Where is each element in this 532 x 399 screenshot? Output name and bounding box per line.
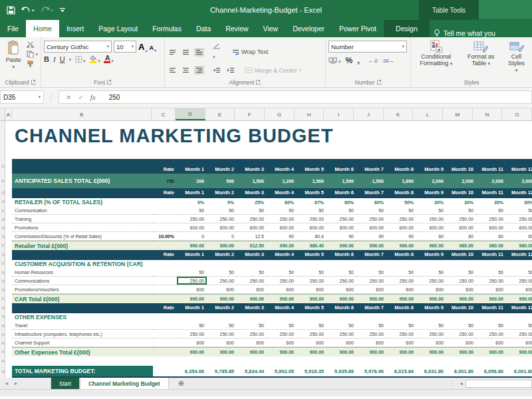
band-header-cell[interactable]: Month 7: [356, 188, 386, 197]
value-cell[interactable]: 900.00: [267, 294, 297, 303]
increase-decimal-button[interactable]: [368, 57, 378, 64]
value-cell[interactable]: 50: [476, 206, 506, 215]
band-header-cell[interactable]: Month 9: [416, 250, 446, 259]
value-cell[interactable]: [267, 312, 297, 321]
cell[interactable]: [5, 197, 12, 206]
value-cell[interactable]: 600: [356, 338, 386, 347]
value-cell[interactable]: 250.00: [506, 277, 532, 285]
band-header-cell[interactable]: Month 2: [207, 188, 237, 197]
value-cell[interactable]: 250.00: [446, 215, 476, 223]
band-header-cell[interactable]: Month 12: [506, 303, 532, 312]
value-cell[interactable]: [446, 356, 476, 366]
column-header-I[interactable]: I: [324, 108, 354, 120]
row-label-cell[interactable]: Retailer Total £(000): [12, 241, 153, 250]
cell[interactable]: [12, 303, 153, 312]
cell[interactable]: [153, 259, 177, 268]
underline-button[interactable]: U: [60, 55, 65, 63]
sheet-tab-start[interactable]: Start: [51, 378, 80, 389]
value-cell[interactable]: 900.00: [476, 347, 506, 356]
value-cell[interactable]: [327, 259, 356, 268]
value-cell[interactable]: [327, 312, 356, 321]
row-header-23[interactable]: 23: [0, 159, 5, 174]
value-cell[interactable]: 1,200: [267, 174, 297, 188]
name-box-dropdown-icon[interactable]: ▾: [38, 94, 41, 100]
borders-button[interactable]: ▾: [75, 56, 86, 63]
value-cell[interactable]: [386, 259, 416, 268]
sheet-tab-channel-marketing-budget[interactable]: Channel Marketing Budget: [80, 378, 169, 389]
value-cell[interactable]: 600: [476, 338, 506, 347]
value-cell[interactable]: [476, 312, 506, 321]
cell[interactable]: [5, 215, 12, 223]
cell[interactable]: [5, 312, 12, 321]
ribbon-tab-review[interactable]: Review: [218, 20, 255, 37]
cell[interactable]: [153, 241, 177, 250]
value-cell[interactable]: 50: [476, 321, 506, 330]
cell-styles-button[interactable]: Cell Styles ▾: [503, 39, 529, 74]
band-header-cell[interactable]: Rate: [153, 188, 177, 197]
value-cell[interactable]: 900.00: [177, 241, 207, 250]
value-cell[interactable]: 60: [476, 232, 506, 241]
merge-center-button[interactable]: Merge & Center ▾: [245, 67, 301, 74]
value-cell[interactable]: 50: [177, 268, 207, 277]
band-header-cell[interactable]: Month 4: [267, 159, 297, 174]
value-cell[interactable]: 5,785.85: [207, 366, 237, 378]
value-cell[interactable]: 1,500: [297, 174, 327, 188]
cell[interactable]: [153, 330, 177, 338]
row-label-cell[interactable]: Training: [12, 215, 153, 223]
cell[interactable]: [5, 294, 12, 303]
value-cell[interactable]: 250.00: [356, 215, 386, 223]
font-dialog-launcher[interactable]: [107, 80, 112, 84]
ribbon-tab-developer[interactable]: Developer: [285, 20, 332, 37]
value-cell[interactable]: 1,500: [237, 174, 267, 188]
value-cell[interactable]: 600.00: [416, 223, 446, 232]
column-header-B[interactable]: B: [12, 108, 152, 120]
column-header-H[interactable]: H: [295, 108, 325, 120]
band-header-cell[interactable]: Month 10: [446, 250, 476, 259]
cell[interactable]: [153, 312, 177, 321]
value-cell[interactable]: 50: [237, 321, 267, 330]
sheet-nav-right-icon[interactable]: ▸: [15, 380, 17, 386]
value-cell[interactable]: 250.00: [446, 277, 476, 285]
cell[interactable]: [153, 277, 177, 285]
value-cell[interactable]: 50: [267, 321, 297, 330]
row-header-40[interactable]: 40: [0, 321, 5, 330]
bold-button[interactable]: B: [44, 55, 49, 63]
value-cell[interactable]: 1,800: [386, 174, 416, 188]
percent-style-button[interactable]: [346, 56, 353, 65]
value-cell[interactable]: [237, 356, 267, 366]
customize-qat-icon[interactable]: [59, 6, 66, 14]
selected-cell[interactable]: 250.00: [177, 277, 207, 285]
value-cell[interactable]: [177, 356, 207, 366]
value-cell[interactable]: [506, 312, 532, 321]
value-cell[interactable]: 600: [237, 338, 267, 347]
value-cell[interactable]: [506, 356, 532, 366]
cell[interactable]: [5, 174, 12, 188]
alignment-dialog-launcher[interactable]: [256, 80, 261, 84]
row-label-cell[interactable]: Commission/Discounts (% of Retail Sales): [12, 232, 153, 241]
value-cell[interactable]: [416, 259, 446, 268]
band-header-cell[interactable]: Month 1: [177, 159, 207, 174]
cell[interactable]: [5, 330, 12, 338]
row-label-cell[interactable]: Promotions: [12, 223, 153, 232]
band-header-cell[interactable]: Rate: [153, 303, 177, 312]
row-header-32[interactable]: 32: [0, 250, 5, 259]
tab-scroll-splitter[interactable]: ⋮: [447, 378, 458, 389]
value-cell[interactable]: 900.00: [207, 241, 237, 250]
cell[interactable]: [12, 159, 153, 174]
value-cell[interactable]: 60%: [356, 197, 386, 206]
band-header-cell[interactable]: Month 8: [386, 188, 416, 197]
value-cell[interactable]: 990.00: [267, 241, 297, 250]
value-cell[interactable]: 600: [446, 285, 476, 294]
align-center-icon[interactable]: [181, 66, 191, 74]
value-cell[interactable]: 250.00: [237, 277, 267, 285]
value-cell[interactable]: 900.00: [297, 347, 327, 356]
row-header-36[interactable]: 36: [0, 285, 5, 294]
value-cell[interactable]: 200: [177, 174, 207, 188]
value-cell[interactable]: 6,354.00: [177, 366, 207, 378]
row-header-28[interactable]: 28: [0, 215, 5, 223]
new-sheet-icon[interactable]: ⊕: [169, 378, 194, 389]
row-header-24[interactable]: 24: [0, 174, 5, 188]
value-cell[interactable]: 600: [177, 285, 207, 294]
format-painter-button[interactable]: [27, 61, 38, 68]
value-cell[interactable]: 900.00: [506, 294, 532, 303]
